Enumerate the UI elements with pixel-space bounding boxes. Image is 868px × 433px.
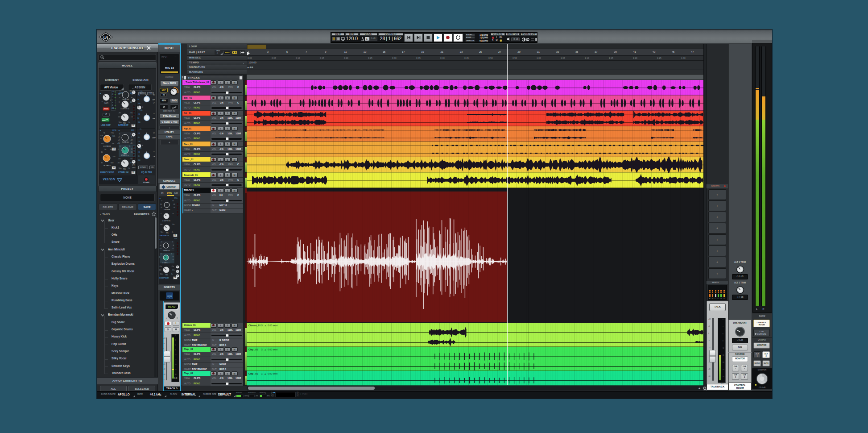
- svg-text:G ▲ 0.00 semi: G ▲ 0.00 semi: [261, 324, 277, 327]
- svg-text:G ▲ 0.00 semi: G ▲ 0.00 semi: [261, 348, 277, 351]
- svg-text:Clap _01: Clap _01: [248, 372, 258, 375]
- svg-text:Chimes_01: Chimes_01: [248, 324, 261, 327]
- svg-text:UA: UA: [103, 35, 108, 40]
- svg-text:Clap _01: Clap _01: [248, 348, 258, 351]
- svg-text:api: api: [167, 294, 172, 298]
- svg-text:G ▲ 0.00 semi: G ▲ 0.00 semi: [261, 372, 277, 375]
